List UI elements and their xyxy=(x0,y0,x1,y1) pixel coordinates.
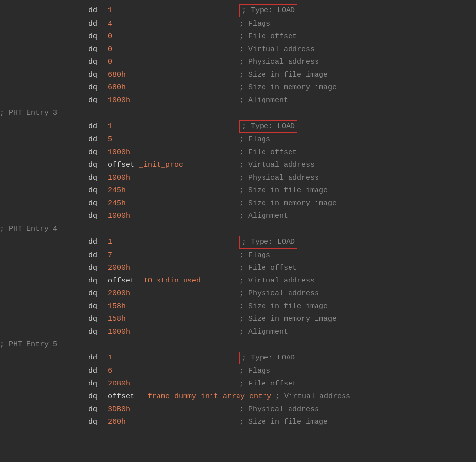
line-comment: ; Size in file image xyxy=(239,69,328,81)
value-column: offset _IO_stdin_used xyxy=(108,275,236,287)
code-line: dq 1000h; Physical address xyxy=(0,172,476,184)
instruction: dd xyxy=(88,250,108,261)
code-line: dd 6; Flags xyxy=(0,365,476,378)
value-column: 1 xyxy=(108,5,236,17)
code-line: dq 158h; Size in memory image xyxy=(0,313,476,326)
value-column: 0 xyxy=(108,56,236,68)
value-column: 7 xyxy=(108,250,236,261)
value-column: 1000h xyxy=(108,326,236,338)
value-column: 158h xyxy=(108,313,236,325)
value-column: 1000h xyxy=(108,147,236,158)
numeric-value: 7 xyxy=(108,251,112,259)
value-column: 245h xyxy=(108,198,236,209)
line-comment: ; Size in file image xyxy=(239,185,328,197)
code-line: dq 1000h; Alignment xyxy=(0,94,476,107)
numeric-value: 5 xyxy=(108,135,112,144)
type-comment: ; Type: LOAD xyxy=(236,236,297,249)
value-column: 245h xyxy=(108,185,236,197)
code-line: dq 245h; Size in file image xyxy=(0,184,476,197)
line-comment: ; Size in memory image xyxy=(239,198,337,209)
instruction: dq xyxy=(88,313,108,325)
instruction: dq xyxy=(88,172,108,184)
value-column: offset __frame_dummy_init_array_entry xyxy=(108,391,271,403)
value-column: 1 xyxy=(108,121,236,132)
numeric-value: 158h xyxy=(108,315,126,323)
code-line: dq 3DB0h; Physical address xyxy=(0,403,476,416)
value-column: 5 xyxy=(108,134,236,146)
line-comment: ; Size in file image xyxy=(239,416,328,428)
line-comment: ; Alignment xyxy=(239,326,288,338)
instruction: dq xyxy=(88,301,108,312)
value-column: 0 xyxy=(108,31,236,43)
line-comment: ; Flags xyxy=(239,18,270,30)
instruction: dq xyxy=(88,404,108,415)
instruction: dq xyxy=(88,391,108,403)
line-comment: ; Physical address xyxy=(239,56,319,68)
line-comment: ; Flags xyxy=(239,134,270,146)
code-line: dq 680h; Size in memory image xyxy=(0,81,476,94)
code-line: dq 1000h; Alignment xyxy=(0,326,476,338)
value-column: 680h xyxy=(108,69,236,81)
instruction: dq xyxy=(88,44,108,55)
line-comment: ; Physical address xyxy=(239,404,319,415)
value-column: 6 xyxy=(108,365,236,377)
value-column: 0 xyxy=(108,44,236,55)
numeric-value: 260h xyxy=(108,418,126,426)
value-column: 1 xyxy=(108,236,236,248)
section-label: ; PHT Entry 3 xyxy=(0,107,476,120)
value-column: offset _init_proc xyxy=(108,159,236,171)
line-comment: ; Size in memory image xyxy=(239,313,337,325)
numeric-value: 1000h xyxy=(108,148,130,156)
line-comment: ; Virtual address xyxy=(239,44,315,55)
value-column: 1000h xyxy=(108,172,236,184)
instruction: dq xyxy=(88,210,108,222)
value-column: 158h xyxy=(108,301,236,312)
numeric-value: 1000h xyxy=(108,212,130,220)
value-column: 2000h xyxy=(108,262,236,274)
line-comment: ; Virtual address xyxy=(239,275,315,287)
code-line: dd 1; Type: LOAD xyxy=(0,351,476,365)
value-column: 680h xyxy=(108,82,236,94)
code-line: dd 5; Flags xyxy=(0,133,476,146)
line-comment: ; Virtual address xyxy=(275,391,350,403)
line-comment: ; Alignment xyxy=(239,210,288,222)
symbol-name: _IO_stdin_used xyxy=(139,277,201,285)
value-column: 1000h xyxy=(108,210,236,222)
code-line: dq offset _IO_stdin_used; Virtual addres… xyxy=(0,275,476,287)
instruction: dq xyxy=(88,31,108,43)
numeric-value: 1 xyxy=(108,238,112,246)
line-comment: ; Size in memory image xyxy=(239,82,337,94)
instruction: dd xyxy=(88,5,108,17)
numeric-value: 2000h xyxy=(108,264,130,272)
instruction: dq xyxy=(88,95,108,106)
type-comment: ; Type: LOAD xyxy=(236,352,297,364)
section-label: ; PHT Entry 4 xyxy=(0,223,476,235)
numeric-value: 2000h xyxy=(108,289,130,298)
numeric-value: 1 xyxy=(108,122,112,130)
instruction: dd xyxy=(88,365,108,377)
instruction: dq xyxy=(88,82,108,94)
line-comment: ; File offset xyxy=(239,262,297,274)
code-line: dq offset __frame_dummy_init_array_entry… xyxy=(0,390,476,403)
code-line: dq 1000h; File offset xyxy=(0,146,476,159)
value-column: 1 xyxy=(108,352,236,364)
code-line: dq 2000h; File offset xyxy=(0,262,476,275)
type-comment: ; Type: LOAD xyxy=(236,120,297,133)
numeric-value: 1000h xyxy=(108,328,130,336)
instruction: dq xyxy=(88,326,108,338)
code-line: dq 2000h; Physical address xyxy=(0,287,476,300)
type-comment: ; Type: LOAD xyxy=(236,4,297,17)
instruction: dd xyxy=(88,121,108,132)
line-comment: ; Flags xyxy=(239,250,270,261)
numeric-value: 6 xyxy=(108,367,112,375)
code-line: dq offset _init_proc; Virtual address xyxy=(0,159,476,172)
instruction: dq xyxy=(88,147,108,158)
symbol-name: __frame_dummy_init_array_entry xyxy=(139,392,271,401)
code-line: dq 0; Virtual address xyxy=(0,43,476,56)
instruction: dq xyxy=(88,262,108,274)
instruction: dq xyxy=(88,185,108,197)
line-comment: ; Flags xyxy=(239,365,270,377)
instruction: dd xyxy=(88,236,108,248)
numeric-value: 0 xyxy=(108,45,112,53)
numeric-value: 245h xyxy=(108,186,126,195)
